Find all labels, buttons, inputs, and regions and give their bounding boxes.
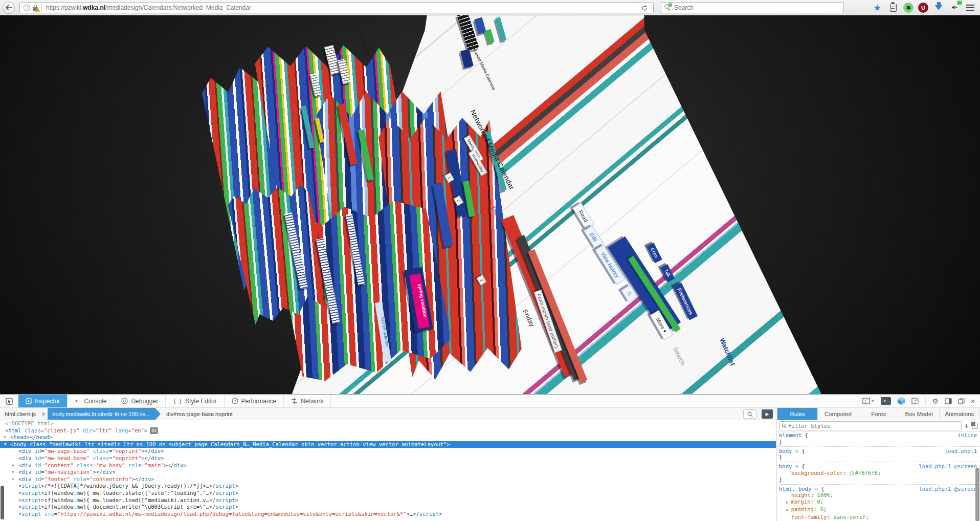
filter-styles-box[interactable] bbox=[779, 421, 962, 430]
mixed-content-lock-icon[interactable]: ! bbox=[32, 5, 38, 11]
quill-extension-icon[interactable]: ✒ 0 bbox=[949, 2, 960, 13]
devtools-tab-debugger[interactable]: Debugger bbox=[114, 395, 166, 407]
markup-line[interactable]: ▶<head></head> bbox=[0, 434, 776, 441]
rule-declaration[interactable]: ▶ padding: 0; bbox=[777, 506, 980, 514]
breadcrumb-arrow-icon bbox=[42, 411, 46, 417]
downloads-icon[interactable] bbox=[933, 2, 944, 13]
pseudo-class-icon[interactable] bbox=[972, 423, 978, 429]
tilt-3d-viewport[interactable]: spring vacation DEXTER SINISTER Calendar… bbox=[0, 15, 980, 394]
markup-line[interactable]: <!DOCTYPE html> bbox=[0, 420, 776, 427]
rule-selector[interactable]: element {inline bbox=[777, 432, 980, 439]
tab-fonts[interactable]: Fonts bbox=[858, 408, 899, 420]
network-icon bbox=[291, 398, 298, 404]
markup-view[interactable]: <!DOCTYPE html> <html class="client-js" … bbox=[0, 420, 776, 521]
rule-selector[interactable]: body ⚙ {load.php:1 bbox=[777, 448, 980, 454]
rule-declaration[interactable]: font-family: sans-serif; bbox=[777, 514, 980, 520]
markup-line[interactable]: ▶<div id="footer" role="contentinfo"></d… bbox=[0, 476, 776, 483]
split-console-icon[interactable]: >_ bbox=[881, 397, 891, 405]
menu-hamburger-icon[interactable] bbox=[965, 2, 976, 13]
markup-line[interactable]: <script src="https://pzwiki.wdka.nl/mw-m… bbox=[0, 511, 776, 518]
dock-side-icon[interactable] bbox=[945, 398, 952, 404]
devtools-tab-network[interactable]: Network bbox=[284, 395, 331, 407]
twisty-collapsed-icon[interactable]: ▶ bbox=[4, 434, 6, 441]
debugger-icon bbox=[121, 398, 128, 404]
inspector-icon bbox=[26, 398, 32, 404]
devtools-tab-inspector[interactable]: Inspector bbox=[18, 395, 68, 407]
node-picker-icon[interactable] bbox=[0, 395, 18, 407]
breadcrumb-body[interactable]: body.mediawiki.ltr.sitedir-ltr.ns-100.ns… bbox=[48, 408, 155, 420]
clipboard-extension-icon[interactable] bbox=[887, 2, 899, 13]
rule-close: } bbox=[777, 476, 980, 483]
rule-source-link[interactable]: load.php:1 @screen bbox=[919, 463, 977, 470]
rule-declaration[interactable]: height: 100%; bbox=[777, 492, 980, 498]
devtools-toolbar: Inspector >_ Console Debugger { } Style … bbox=[0, 395, 980, 408]
search-html-icon[interactable] bbox=[743, 409, 756, 419]
rule-source-link[interactable]: load.php:1 @screen bbox=[919, 486, 977, 492]
devtools-panel: Inspector >_ Console Debugger { } Style … bbox=[0, 394, 980, 521]
page-info-icon[interactable]: i bbox=[24, 5, 30, 11]
search-box[interactable]: + bbox=[661, 2, 844, 13]
devtools-close-icon[interactable]: × bbox=[971, 397, 975, 405]
reload-button[interactable] bbox=[637, 4, 651, 12]
filter-styles-input[interactable] bbox=[788, 423, 942, 429]
markup-line[interactable]: <script>if(window.mw){ document.write("\… bbox=[0, 504, 776, 511]
devtools-tab-console[interactable]: >_ Console bbox=[68, 395, 114, 407]
rule-declaration[interactable]: background-color: #f6f6f6; bbox=[777, 470, 980, 476]
select-iframe-icon[interactable] bbox=[862, 398, 875, 404]
expand-pane-icon[interactable]: ▶ bbox=[762, 409, 773, 419]
markup-scrollbar[interactable] bbox=[1, 486, 4, 519]
markup-line[interactable]: <script>if(window.mw){ mw.loader.load(["… bbox=[0, 497, 776, 504]
green-extension-icon[interactable]: ✱ bbox=[903, 3, 914, 13]
devtools-tab-performance[interactable]: Performance bbox=[225, 395, 284, 407]
markup-line[interactable]: <div id="mw-page-base" class="noprint"><… bbox=[0, 448, 776, 455]
rule-selector[interactable]: html, body ⚙ {load.php:1 @screen bbox=[777, 486, 980, 492]
url-text[interactable]: https://pzwiki.wdka.nl/mediadesign/Calen… bbox=[46, 4, 251, 11]
twisty-expanded-icon[interactable]: ▼ bbox=[4, 441, 6, 448]
markup-line-selected[interactable]: ▼<body class="mediawiki ltr sitedir-ltr … bbox=[0, 441, 776, 448]
add-rule-icon[interactable]: + bbox=[965, 422, 969, 430]
markup-line[interactable]: <script>/*<![CDATA[*/window.jQuery && jQ… bbox=[0, 483, 776, 490]
browser-toolbar: i ! https://pzwiki.wdka.nl/mediadesign/C… bbox=[0, 0, 980, 15]
markup-line[interactable]: ▶<div id="content" class="mw-body" role=… bbox=[0, 462, 776, 469]
breadcrumb-div[interactable]: div#mw-page-base.noprint bbox=[162, 408, 237, 420]
breadcrumb-bar: html.client-js body.mediawiki.ltr.sitedi… bbox=[0, 408, 980, 420]
tab-computed[interactable]: Computed bbox=[818, 408, 858, 420]
twisty-collapsed-icon[interactable]: ▶ bbox=[12, 462, 14, 469]
twisty-collapsed-icon[interactable]: ▶ bbox=[12, 469, 14, 476]
tab-rules[interactable]: Rules bbox=[777, 408, 818, 420]
markup-line[interactable]: <html class="client-js" dir="ltr" lang="… bbox=[0, 427, 776, 435]
sidebar-tabs: Rules Computed Fonts Box Model Animation… bbox=[777, 408, 980, 420]
responsive-mode-icon[interactable] bbox=[911, 398, 919, 404]
rule-close: } bbox=[777, 454, 980, 461]
markup-line[interactable]: <script>if(window.mw){ mw.loader.state({… bbox=[0, 490, 776, 497]
url-bar[interactable]: i ! https://pzwiki.wdka.nl/mediadesign/C… bbox=[19, 2, 654, 13]
back-button[interactable] bbox=[3, 2, 15, 14]
rule-source-link[interactable]: inline bbox=[957, 432, 977, 439]
twisty-collapsed-icon[interactable]: ▶ bbox=[12, 476, 14, 483]
undock-window-icon[interactable] bbox=[958, 398, 965, 404]
rule-close: } bbox=[777, 439, 980, 445]
ublock-extension-icon[interactable]: U bbox=[918, 3, 928, 13]
rules-view: + element {inline } body ⚙ {load.php:1 }… bbox=[777, 420, 980, 521]
style-editor-icon: { } bbox=[173, 398, 182, 404]
rule-selector[interactable]: body ⚙ {load.php:1 @screen bbox=[777, 463, 980, 470]
devtools-tab-style-editor[interactable]: { } Style Editor bbox=[166, 395, 224, 407]
rules-scrollbar[interactable] bbox=[975, 468, 979, 521]
bookmarks-star-icon[interactable]: ★ bbox=[872, 2, 883, 13]
breadcrumb-html[interactable]: html.client-js bbox=[0, 408, 40, 420]
console-icon: >_ bbox=[75, 398, 81, 404]
tab-box-model[interactable]: Box Model bbox=[899, 408, 940, 420]
markup-line[interactable]: ▶<div id="mw-navigation"></div> bbox=[0, 469, 776, 476]
search-engine-icon[interactable]: + bbox=[664, 4, 672, 11]
more-caret-icon: ▾ bbox=[662, 329, 669, 334]
search-input[interactable] bbox=[674, 4, 828, 11]
extension-badge: 0 bbox=[957, 1, 962, 5]
devtools-settings-gear-icon[interactable]: ⚙ bbox=[932, 397, 939, 405]
markup-line[interactable]: <div id="mw-head-base" class="noprint"><… bbox=[0, 455, 776, 462]
performance-icon bbox=[232, 398, 238, 404]
rule-declaration[interactable]: ▶ margin: 0; bbox=[777, 498, 980, 506]
tab-animations[interactable]: Animations bbox=[940, 408, 980, 420]
filter-search-icon bbox=[782, 423, 787, 428]
rule-source-link[interactable]: load.php:1 bbox=[945, 448, 977, 454]
tilt-3d-icon[interactable] bbox=[897, 397, 905, 405]
